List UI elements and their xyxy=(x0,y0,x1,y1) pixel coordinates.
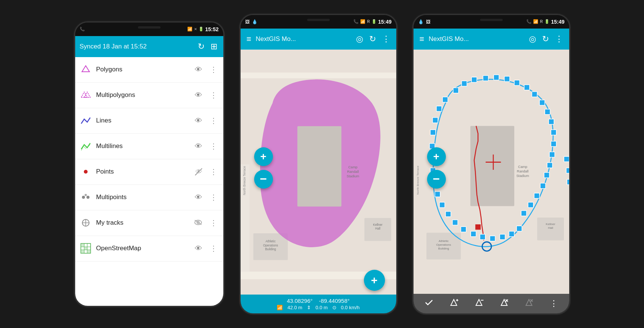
layer-dots-osm[interactable]: ⋮ xyxy=(208,242,219,254)
layer-dots-multipoints[interactable]: ⋮ xyxy=(208,191,219,203)
layer-name-lines: Lines xyxy=(96,117,189,124)
more-icon-3[interactable]: ⋮ xyxy=(553,33,565,45)
edit-undo[interactable] xyxy=(521,296,536,310)
layer-eye-points[interactable]: 👁 xyxy=(194,166,204,177)
multipoint-icon xyxy=(80,191,92,203)
point-icon xyxy=(80,166,92,178)
menu-icon-3[interactable]: ≡ xyxy=(418,33,426,45)
layer-dots-multipolygons[interactable]: ⋮ xyxy=(208,89,219,101)
edit-more[interactable]: ⋮ xyxy=(547,297,561,310)
header-title-2: NextGIS Mo... xyxy=(256,35,351,43)
sync-icon-1[interactable]: ↻ xyxy=(196,40,206,53)
map-screen-2[interactable]: North Breeze Terrace Camp Randall Stadiu… xyxy=(241,50,396,295)
status-bar-1: 📞 📶 ✕ 🔋 15:52 xyxy=(75,23,223,36)
svg-rect-86 xyxy=(489,236,495,241)
layer-item-osm[interactable]: OpenStreetMap 👁 ⋮ xyxy=(75,236,223,261)
layer-dots-points[interactable]: ⋮ xyxy=(208,166,219,178)
multiline-icon xyxy=(80,140,92,152)
photo-icon-3: 🖼 xyxy=(426,19,430,24)
svg-text:Hall: Hall xyxy=(548,226,553,230)
status-icons-1: 📶 ✕ 🔋 15:52 xyxy=(187,26,219,32)
svg-rect-55 xyxy=(453,88,458,93)
svg-rect-81 xyxy=(445,211,451,216)
speaker-2 xyxy=(307,19,330,21)
map-screen-3[interactable]: North Breeze Terrace xyxy=(414,50,569,294)
phone-1: 📞 📶 ✕ 🔋 15:52 Synced 18 Jan at 15:52 ↻ ⊞… xyxy=(74,21,224,307)
svg-rect-60 xyxy=(551,141,556,146)
svg-rect-87 xyxy=(500,234,505,239)
edit-vertex-remove[interactable] xyxy=(471,296,486,310)
svg-text:Athletic: Athletic xyxy=(265,240,276,243)
layer-name-tracks: My tracks xyxy=(96,219,188,227)
svg-rect-62 xyxy=(547,162,552,168)
svg-rect-44 xyxy=(475,224,480,230)
layer-dots-lines[interactable]: ⋮ xyxy=(208,115,219,127)
layer-item-points[interactable]: Points 👁 ⋮ xyxy=(75,159,223,185)
layer-item-polygons[interactable]: Polygons 👁 ⋮ xyxy=(75,57,223,83)
svg-rect-69 xyxy=(566,168,569,173)
layer-item-tracks[interactable]: My tracks ⋮ xyxy=(75,210,223,236)
more-icon-2[interactable]: ⋮ xyxy=(380,33,392,45)
signal-r-3: R xyxy=(540,20,542,24)
fab-zoom-out-3[interactable]: − xyxy=(427,170,446,189)
svg-rect-59 xyxy=(551,130,556,135)
layer-eye-osm[interactable]: 👁 xyxy=(193,243,204,254)
wifi-icon-1: 📶 xyxy=(187,27,192,32)
svg-text:Building: Building xyxy=(265,247,276,251)
sync-icon-3[interactable]: ↻ xyxy=(541,33,550,45)
layer-item-lines[interactable]: Lines 👁 ⋮ xyxy=(75,108,223,134)
svg-point-4 xyxy=(82,196,85,199)
svg-rect-30 xyxy=(297,126,341,206)
fab-zoom-out-2[interactable]: − xyxy=(254,170,273,189)
drop-icon-3: 💧 xyxy=(418,19,424,24)
phone-3: 💧 🖼 📞 📶 R 🔋 15:49 ≡ NextGIS Mo... ◎ ↻ ⋮ xyxy=(412,14,570,314)
layer-item-multipolygons[interactable]: Multipolygons 👁 ⋮ xyxy=(75,83,223,108)
location-icon-3[interactable]: ◎ xyxy=(527,33,538,45)
location-icon-2[interactable]: ◎ xyxy=(355,33,365,45)
layer-eye-tracks[interactable] xyxy=(192,217,204,229)
layer-item-multipoints[interactable]: Multipoints 👁 ⋮ xyxy=(75,185,223,210)
svg-rect-65 xyxy=(534,193,539,198)
svg-rect-72 xyxy=(436,106,441,111)
wifi-icon-bar: 📶 xyxy=(277,305,283,310)
app-header-1: Synced 18 Jan at 15:52 ↻ ⊞ xyxy=(75,36,223,57)
battery-icon-1: 🔋 xyxy=(199,27,204,32)
layer-dots-polygons[interactable]: ⋮ xyxy=(208,63,219,76)
layer-eye-multipoints[interactable]: 👁 xyxy=(193,192,204,203)
svg-marker-2 xyxy=(84,92,90,97)
layer-name-points: Points xyxy=(96,168,189,175)
svg-text:Operations: Operations xyxy=(436,243,451,246)
svg-text:Camp: Camp xyxy=(518,165,527,168)
add-icon-1[interactable]: ⊞ xyxy=(209,40,219,53)
svg-text:North Breeze Terrace: North Breeze Terrace xyxy=(243,166,246,195)
svg-text:Hall: Hall xyxy=(375,227,380,230)
layer-dots-tracks[interactable]: ⋮ xyxy=(208,217,219,229)
line-icon xyxy=(80,115,92,127)
fab-zoom-in-3[interactable]: + xyxy=(427,147,446,166)
sensor-row-2: 📶 42.0 m ⇕ 0.0 m ⊙ 0.0 km/h xyxy=(245,305,392,310)
layer-name-osm: OpenStreetMap xyxy=(96,245,189,252)
layer-dots-multilines[interactable]: ⋮ xyxy=(208,140,219,152)
layer-eye-multilines[interactable]: 👁 xyxy=(193,141,204,152)
status-time-3: 15:49 xyxy=(551,19,565,25)
svg-rect-73 xyxy=(432,117,438,122)
layer-item-multilines[interactable]: Multilines 👁 ⋮ xyxy=(75,134,223,159)
svg-rect-88 xyxy=(509,231,514,236)
svg-rect-89 xyxy=(517,226,522,231)
svg-rect-57 xyxy=(545,109,550,114)
svg-rect-66 xyxy=(528,202,533,207)
altitude-val: 0.0 m xyxy=(315,305,328,310)
layer-eye-lines[interactable]: 👁 xyxy=(193,115,204,127)
layer-eye-multipolygons[interactable]: 👁 xyxy=(193,89,204,101)
edit-vertex-add[interactable] xyxy=(446,296,461,310)
edit-confirm[interactable] xyxy=(421,296,436,310)
svg-text:Stadium: Stadium xyxy=(516,174,529,178)
menu-icon-2[interactable]: ≡ xyxy=(245,33,253,45)
layer-eye-polygons[interactable]: 👁 xyxy=(193,64,204,76)
fab-add-2[interactable]: + xyxy=(364,270,385,291)
svg-rect-84 xyxy=(471,231,476,236)
svg-text:Camp: Camp xyxy=(348,165,357,169)
fab-zoom-in-2[interactable]: + xyxy=(254,147,273,166)
sync-icon-2[interactable]: ↻ xyxy=(368,33,377,45)
edit-delete-vertex[interactable] xyxy=(497,296,512,310)
